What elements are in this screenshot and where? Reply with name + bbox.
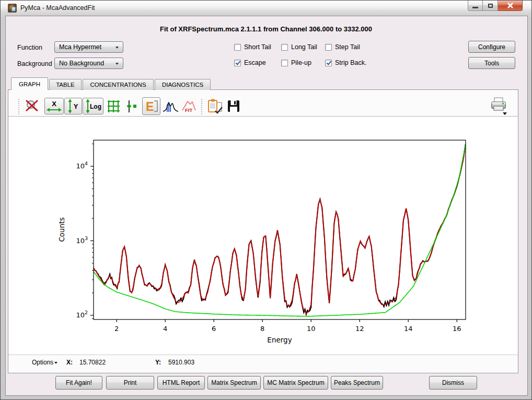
svg-text:Y: Y xyxy=(74,102,78,110)
background-label: Background xyxy=(17,60,52,67)
spectrum-chart-canvas[interactable]: 102103104246810121416EnergyCounts xyxy=(8,117,518,355)
svg-text:Energy: Energy xyxy=(267,336,292,344)
svg-text:6: 6 xyxy=(212,325,216,333)
tab-diagnostics[interactable]: DIAGNOSTICS xyxy=(155,79,211,90)
fit-again-button[interactable]: Fit Again! xyxy=(55,376,102,390)
checkbox-label: Strip Back. xyxy=(335,59,366,66)
energy-axis-icon: E xyxy=(144,98,159,114)
copy-to-clipboard-icon xyxy=(206,98,224,115)
x-autoscale-icon: X xyxy=(46,99,62,113)
save-button[interactable] xyxy=(226,99,241,116)
marker-selection-button[interactable] xyxy=(124,99,139,116)
background-select[interactable]: No Background xyxy=(54,58,123,69)
checkbox-box[interactable] xyxy=(281,44,288,51)
grid-icon xyxy=(107,99,121,113)
marker-selection-icon xyxy=(124,99,139,113)
checkbox-box[interactable] xyxy=(325,44,332,51)
svg-text:Counts: Counts xyxy=(57,217,66,242)
svg-text:Log: Log xyxy=(90,103,101,110)
chevron-down-icon xyxy=(115,63,119,65)
configure-button[interactable]: Configure xyxy=(468,41,515,53)
close-icon xyxy=(507,3,514,8)
checkbox-label: Pile-up xyxy=(291,59,311,66)
log-scale-icon: Log xyxy=(84,99,102,113)
background-select-value: No Background xyxy=(59,60,104,67)
svg-text:E: E xyxy=(146,100,154,113)
svg-text:10: 10 xyxy=(307,325,316,333)
svg-text:X: X xyxy=(52,100,56,108)
checkbox-long-tail[interactable]: Long Tail xyxy=(281,43,317,51)
toolbar-handle[interactable] xyxy=(18,98,20,115)
minimize-button[interactable] xyxy=(468,1,483,11)
cursor-y-value: 5910.903 xyxy=(168,359,194,366)
restore-button[interactable] xyxy=(483,1,498,11)
caption-buttons xyxy=(468,1,523,11)
options-menu[interactable]: Options xyxy=(32,359,57,366)
zoom-reset-button[interactable] xyxy=(24,99,40,116)
fit-refresh-button[interactable]: FIT xyxy=(180,99,198,116)
copy-to-clipboard-button[interactable] xyxy=(206,98,224,117)
save-icon xyxy=(226,99,241,113)
checkbox-label: Short Tail xyxy=(244,43,271,51)
print-report-button[interactable]: Print xyxy=(106,376,154,390)
svg-text:12: 12 xyxy=(355,325,364,333)
checkbox-step-tail[interactable]: Step Tail xyxy=(325,43,360,51)
function-label: Function xyxy=(17,44,42,51)
checkbox-label: Step Tail xyxy=(335,43,360,51)
mc-matrix-spectrum-button[interactable]: MC Matrix Spectrum xyxy=(263,376,328,390)
fit-header-title: Fit of XRFSpectrum.mca 2.1.1.1 from Chan… xyxy=(1,25,531,33)
cursor-x-label: X: xyxy=(66,359,73,366)
pymca-window: PyMca - McaAdvancedFit Fit of XRFSpectru… xyxy=(0,0,532,400)
toolbar-handle[interactable] xyxy=(201,98,203,115)
function-select-value: Mca Hypermet xyxy=(59,43,101,51)
tab-concentrations[interactable]: CONCENTRATIONS xyxy=(83,79,154,90)
tab-table[interactable]: TABLE xyxy=(49,79,82,90)
checkbox-box[interactable] xyxy=(325,60,332,66)
svg-text:102: 102 xyxy=(76,310,88,319)
dismiss-button[interactable]: Dismiss xyxy=(429,376,477,390)
cursor-y-label: Y: xyxy=(155,359,161,366)
checkbox-box[interactable] xyxy=(234,44,241,51)
peaks-spectrum-button[interactable]: Peaks Spectrum xyxy=(331,376,383,390)
svg-text:2: 2 xyxy=(114,325,119,333)
peaks-toggle-button[interactable] xyxy=(163,100,179,115)
minimize-icon xyxy=(472,7,478,8)
zoom-reset-icon xyxy=(24,99,40,113)
matrix-spectrum-button[interactable]: Matrix Spectrum xyxy=(207,376,261,390)
function-select[interactable]: Mca Hypermet xyxy=(54,41,123,53)
titlebar[interactable]: PyMca - McaAdvancedFit xyxy=(1,1,531,16)
restore-icon xyxy=(488,4,493,8)
svg-text:FIT: FIT xyxy=(185,107,192,113)
html-report-button[interactable]: HTML Report xyxy=(157,376,205,390)
options-dropdown-arrow-icon xyxy=(54,362,57,364)
chart-divider xyxy=(8,355,518,355)
svg-text:104: 104 xyxy=(76,161,88,170)
tools-button[interactable]: Tools xyxy=(468,57,515,69)
svg-text:8: 8 xyxy=(260,325,264,333)
x-autoscale-button[interactable]: X xyxy=(44,98,64,115)
checkbox-short-tail[interactable]: Short Tail xyxy=(234,43,271,51)
checkbox-escape[interactable]: Escape xyxy=(234,59,266,66)
tab-graph[interactable]: GRAPH xyxy=(11,77,48,90)
print-button[interactable] xyxy=(490,97,507,118)
checkbox-box[interactable] xyxy=(234,60,241,66)
grid-toggle-button[interactable] xyxy=(107,99,121,116)
cursor-x-value: 15.70822 xyxy=(79,359,106,366)
close-button[interactable] xyxy=(498,1,523,11)
fit-icon: FIT xyxy=(180,99,198,113)
pymca-app-icon xyxy=(8,4,17,13)
checkbox-label: Escape xyxy=(244,59,266,66)
energy-axis-button[interactable]: E xyxy=(142,97,160,115)
y-autoscale-button[interactable]: Y xyxy=(64,98,82,115)
svg-text:103: 103 xyxy=(76,235,88,245)
peaks-icon xyxy=(163,100,179,113)
window-title: PyMca - McaAdvancedFit xyxy=(20,4,95,12)
checkbox-box[interactable] xyxy=(281,60,288,66)
chevron-down-icon xyxy=(115,47,119,49)
y-autoscale-icon: Y xyxy=(66,99,80,113)
print-icon xyxy=(490,97,507,116)
svg-text:16: 16 xyxy=(453,325,461,333)
log-scale-button[interactable]: Log xyxy=(83,98,103,115)
checkbox-strip-back[interactable]: Strip Back. xyxy=(325,59,366,66)
checkbox-pile-up[interactable]: Pile-up xyxy=(281,59,311,66)
